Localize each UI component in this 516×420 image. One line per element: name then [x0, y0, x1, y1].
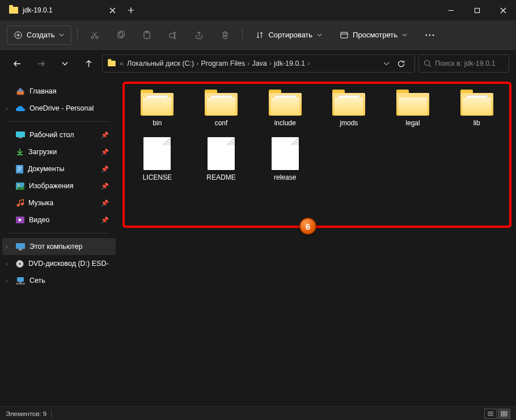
toolbar: Создать Сортировать Просмотреть	[0, 20, 516, 50]
svg-rect-22	[16, 243, 25, 249]
chevron-right-icon: ›	[6, 261, 7, 267]
sidebar-item-home[interactable]: Главная	[2, 83, 116, 100]
breadcrumb-1[interactable]: Program Files	[201, 60, 245, 67]
view-icons-button[interactable]	[498, 409, 510, 419]
search-icon	[424, 60, 432, 67]
search-placeholder: Поиск в: jdk-19.0.1	[435, 60, 496, 67]
file-icon	[208, 137, 235, 170]
up-button[interactable]	[78, 53, 99, 74]
svg-rect-31	[501, 411, 504, 413]
view-icon	[340, 31, 348, 39]
more-button[interactable]	[418, 26, 442, 45]
chevron-right-icon: ›	[6, 105, 7, 112]
item-include[interactable]: include	[256, 87, 314, 129]
recent-button[interactable]	[54, 53, 75, 74]
folder-icon	[141, 90, 174, 116]
item-bin[interactable]: bin	[128, 87, 187, 129]
chevron-right-icon: ›	[269, 60, 272, 67]
view-details-button[interactable]	[484, 409, 497, 419]
item-license[interactable]: LICENSE	[128, 135, 187, 184]
delete-button[interactable]	[214, 25, 236, 45]
item-jmods[interactable]: jmods	[320, 87, 378, 129]
cut-button[interactable]	[83, 25, 106, 45]
pin-icon: 📌	[101, 149, 109, 156]
sidebar-item-network[interactable]: › Сеть	[2, 272, 116, 289]
view-label: Просмотреть	[353, 31, 397, 39]
forward-button[interactable]	[31, 53, 51, 74]
paste-button[interactable]	[136, 25, 158, 45]
folder-icon	[269, 90, 302, 116]
copy-button[interactable]	[109, 25, 132, 45]
content-area[interactable]: binconfincludejmodslegallibLICENSEREADME…	[118, 77, 516, 406]
item-label: release	[274, 173, 296, 181]
minimize-button[interactable]	[438, 0, 464, 20]
back-button[interactable]	[7, 53, 27, 74]
chevron-right-icon: ›	[196, 60, 198, 67]
breadcrumb-3[interactable]: jdk-19.0.1	[274, 60, 305, 67]
item-label: README	[206, 173, 235, 181]
item-label: include	[274, 119, 296, 127]
tab-active[interactable]: jdk-19.0.1	[0, 0, 60, 20]
tab-close-button[interactable]	[105, 2, 121, 18]
pin-icon: 📌	[101, 200, 109, 207]
item-release[interactable]: release	[256, 135, 314, 184]
item-readme[interactable]: README	[192, 135, 251, 184]
item-legal[interactable]: legal	[384, 87, 442, 129]
create-button[interactable]: Создать	[7, 26, 71, 45]
sidebar-item-documents[interactable]: Документы📌	[2, 160, 116, 177]
sort-button[interactable]: Сортировать	[248, 26, 329, 45]
maximize-button[interactable]	[464, 0, 490, 20]
item-conf[interactable]: conf	[192, 87, 251, 129]
new-tab-button[interactable]	[121, 7, 141, 14]
share-button[interactable]	[188, 25, 210, 45]
folder-icon	[108, 61, 116, 66]
desktop-icon	[16, 131, 25, 138]
svg-rect-9	[341, 32, 348, 38]
view-button[interactable]: Просмотреть	[333, 26, 415, 45]
onedrive-icon	[16, 105, 25, 112]
item-lib[interactable]: lib	[447, 87, 506, 129]
arrow-up-icon	[84, 60, 93, 68]
address-field[interactable]: « Локальный диск (C:) › Program Files › …	[102, 54, 415, 73]
refresh-icon	[397, 60, 405, 68]
file-icon	[272, 137, 299, 170]
svg-rect-28	[16, 283, 25, 285]
titlebar: jdk-19.0.1	[0, 0, 516, 20]
svg-point-10	[426, 34, 428, 36]
chevron-right-icon: ›	[6, 244, 7, 250]
grid-icon	[501, 411, 507, 417]
sidebar-item-downloads[interactable]: Загрузки📌	[2, 143, 116, 160]
arrow-left-icon	[13, 60, 22, 68]
chevron-down-icon[interactable]	[383, 62, 390, 66]
videos-icon	[16, 217, 24, 223]
separator	[8, 233, 110, 234]
trash-icon	[221, 31, 230, 40]
arrow-right-icon	[37, 60, 45, 68]
sidebar-item-videos[interactable]: Видео📌	[2, 211, 116, 228]
create-label: Создать	[27, 31, 54, 39]
chevron-right-icon: ›	[307, 60, 310, 67]
svg-rect-32	[505, 411, 507, 413]
rename-icon	[168, 31, 177, 40]
copy-icon	[116, 31, 125, 40]
sidebar-item-desktop[interactable]: Рабочий стол📌	[2, 126, 116, 143]
chevron-down-icon	[59, 33, 64, 37]
close-window-button[interactable]	[490, 0, 516, 20]
svg-rect-8	[170, 33, 175, 37]
chevron-down-icon	[62, 62, 68, 66]
refresh-button[interactable]	[392, 54, 410, 73]
svg-rect-27	[19, 282, 22, 283]
rename-button[interactable]	[162, 25, 184, 45]
paste-icon	[142, 31, 151, 40]
search-field[interactable]: Поиск в: jdk-19.0.1	[418, 54, 509, 73]
sidebar-item-thispc[interactable]: › Этот компьютер	[2, 238, 116, 255]
sidebar-item-music[interactable]: Музыка📌	[2, 194, 116, 211]
documents-icon	[16, 165, 23, 173]
breadcrumb-2[interactable]: Java	[252, 60, 267, 67]
sidebar-item-dvd[interactable]: › DVD-дисковод (D:) ESD-IS	[2, 255, 116, 272]
breadcrumb-0[interactable]: Локальный диск (C:)	[127, 60, 194, 67]
sort-label: Сортировать	[268, 31, 312, 39]
folder-icon	[332, 90, 365, 116]
sidebar-item-pictures[interactable]: Изображения📌	[2, 177, 116, 194]
sidebar-item-onedrive[interactable]: › OneDrive - Personal	[2, 100, 116, 117]
